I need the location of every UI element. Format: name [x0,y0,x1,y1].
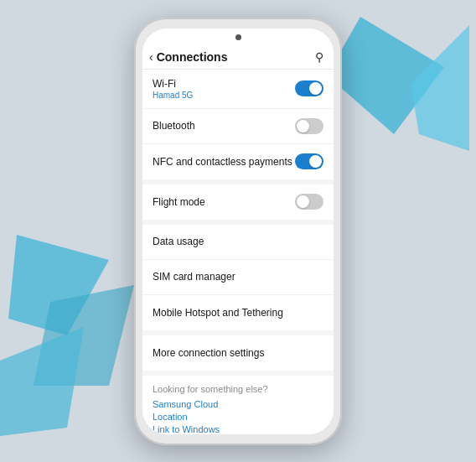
page-title: Connections [157,50,228,64]
svg-marker-1 [411,25,469,151]
bluetooth-toggle[interactable] [295,118,323,134]
camera-dot [235,34,241,40]
hotspot-label: Mobile Hotspot and Tethering [153,307,283,319]
settings-group-4: More connection settings [142,335,334,371]
settings-group-3: Data usage SIM card manager Mobile Hotsp… [142,225,334,330]
svg-marker-4 [0,327,84,436]
sim-manager-item[interactable]: SIM card manager [142,260,334,295]
looking-section: Looking for something else? Samsung Clou… [142,376,334,434]
wifi-toggle[interactable] [295,80,323,96]
page-header: ‹ Connections ⚲ [142,47,334,69]
phone-notch [142,29,334,47]
settings-group-1: Wi-Fi Hamad 5G Bluetooth [142,70,334,179]
data-usage-label: Data usage [153,236,204,247]
wifi-sublabel: Hamad 5G [153,91,193,100]
flight-mode-item[interactable]: Flight mode [142,184,334,220]
phone-screen: ‹ Connections ⚲ Wi-Fi Hamad 5G [142,29,334,434]
settings-list: Wi-Fi Hamad 5G Bluetooth [142,70,334,434]
wifi-label: Wi-Fi [153,78,193,90]
hotspot-item[interactable]: Mobile Hotspot and Tethering [142,295,334,330]
link-to-windows-link[interactable]: Link to Windows [153,424,323,434]
back-icon[interactable]: ‹ [149,50,153,64]
search-icon[interactable]: ⚲ [315,50,323,64]
looking-title: Looking for something else? [153,384,323,394]
bluetooth-item[interactable]: Bluetooth [142,109,334,144]
nfc-item[interactable]: NFC and contactless payments [142,144,334,179]
phone-shell: ‹ Connections ⚲ Wi-Fi Hamad 5G [134,18,342,445]
bluetooth-label: Bluetooth [153,120,195,132]
nfc-label: NFC and contactless payments [153,156,292,168]
settings-group-2: Flight mode [142,184,334,220]
sim-manager-label: SIM card manager [153,271,235,283]
more-settings-label: More connection settings [153,347,264,359]
more-settings-item[interactable]: More connection settings [142,335,334,371]
data-usage-item[interactable]: Data usage [142,225,334,260]
samsung-cloud-link[interactable]: Samsung Cloud [153,399,323,409]
nfc-toggle[interactable] [295,153,323,169]
location-link[interactable]: Location [153,412,323,422]
flight-mode-label: Flight mode [153,196,205,208]
wifi-item[interactable]: Wi-Fi Hamad 5G [142,70,334,109]
flight-mode-toggle[interactable] [295,194,323,210]
